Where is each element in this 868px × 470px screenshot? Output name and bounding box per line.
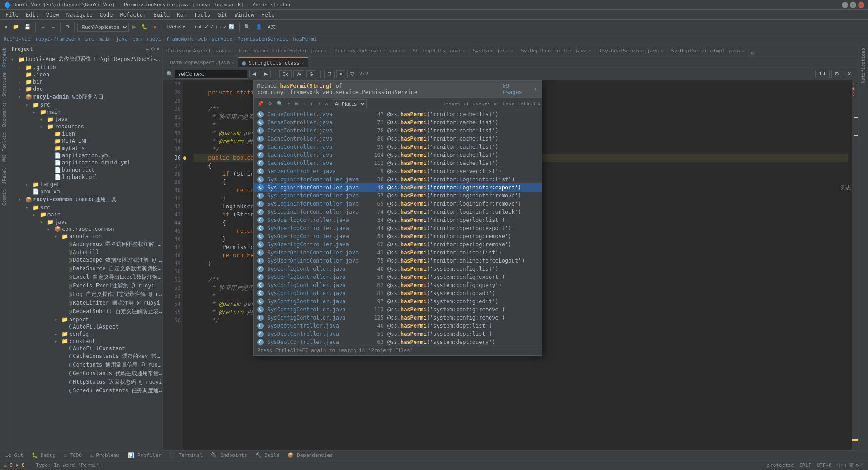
tree-item-constants[interactable]: C Constants 通用常量信息 @ ruoyi (9, 361, 162, 369)
tab-close-datascopeaspect[interactable]: ✕ (228, 48, 231, 53)
status-crlf[interactable]: CRLF (799, 462, 811, 468)
tree-item-ratelimiter[interactable]: @ RateLimiter 限流注解 @ ruoyi (9, 299, 162, 307)
aws-tool-btn[interactable]: AWS Toolkit (1, 131, 8, 164)
breadcrumb-item-7[interactable]: framework (166, 36, 193, 42)
breadcrumb-item-4[interactable]: java (116, 36, 128, 42)
toolbar-jrebel-btn[interactable]: JRebel ▾ (164, 23, 187, 31)
tree-item-target[interactable]: ▸ 📁 target (9, 181, 162, 188)
usage-row-3[interactable]: C CacheController.java 86 @ss.hasPermi('… (254, 135, 542, 143)
toolbar-open-btn[interactable]: 📁 (11, 23, 21, 31)
usages-options-gear[interactable]: ⚙ (537, 101, 540, 107)
commit-tool-btn[interactable]: Commit (1, 188, 8, 207)
tree-item-appyml[interactable]: 📄 application.yml (9, 152, 162, 159)
find-line-btn[interactable]: ⊟ (324, 70, 335, 78)
usage-row-22[interactable]: C SysConfigController.java 81 @ss.hasPer… (254, 289, 542, 297)
find-input[interactable] (175, 70, 247, 79)
bottom-tab-build[interactable]: 🔨 Build (252, 451, 283, 459)
tree-item-aspect[interactable]: ▾ 📁 aspect (9, 316, 162, 323)
sub-tab-close-2[interactable]: ✕ (302, 61, 304, 66)
debug-btn[interactable]: 🐛 (140, 23, 150, 31)
usages-pin-btn[interactable]: 📌 (255, 100, 265, 108)
tab-close-sysuser[interactable]: ✕ (510, 48, 513, 53)
find-case-btn[interactable]: Cc (279, 70, 292, 78)
sidebar-settings-btn[interactable]: ⚙ (151, 46, 155, 53)
tree-item-autofillconstant[interactable]: C AutoFillConstant (9, 345, 162, 352)
stop-btn[interactable]: ■ (151, 24, 158, 31)
usage-row-15[interactable]: C SysOperlogController.java 54 @ss.hasPe… (254, 232, 542, 240)
window-controls[interactable]: ─ □ ✕ (842, 2, 864, 8)
tree-item-mybatis[interactable]: 📁 mybatis (9, 145, 162, 152)
tree-item-anonymous[interactable]: @ Anonymous 匿名访问不鉴权注解 @ ruoyi (9, 240, 162, 249)
usage-row-4[interactable]: C CacheController.java 95 @ss.hasPermi('… (254, 143, 542, 151)
usage-row-27[interactable]: C SysDeptController.java 51 @ss.hasPermi… (254, 330, 542, 338)
tree-item-excel[interactable]: @ Excel 自定义导出Excel数据注解 @ ruoyi (9, 273, 162, 282)
tree-item-datasource[interactable]: @ DataSource 自定义多数据源切换注解 @... (9, 264, 162, 273)
usage-row-26[interactable]: C SysDeptController.java 40 @ss.hasPermi… (254, 322, 542, 330)
tab-sysdeptcontroller[interactable]: SysDeptController.java ✕ (517, 45, 595, 56)
run-btn[interactable]: ▶ (131, 23, 138, 31)
usage-row-21[interactable]: C SysConfigController.java 62 @ss.hasPer… (254, 281, 542, 289)
tabs-overflow-btn[interactable]: » (750, 49, 754, 56)
breadcrumb-item-8[interactable]: web (198, 36, 207, 42)
usages-search-btn[interactable]: 🔍 (275, 100, 285, 108)
tab-close-permissionservice[interactable]: ✕ (402, 48, 405, 53)
menu-navigate[interactable]: Navigate (63, 11, 96, 19)
tree-item-banner[interactable]: 📄 banner.txt (9, 166, 162, 174)
tree-item-resources[interactable]: ▾ 📁 resources (9, 123, 162, 130)
toolbar-menu-btn[interactable]: ≡ (3, 24, 9, 31)
tree-item-doc[interactable]: ▸ 📁 doc (9, 85, 162, 93)
tree-item-root[interactable]: ▾ 📁 RuoYi-Vue 若依管理系统 E:\gitRepos2\RuoYi-… (9, 55, 162, 64)
bottom-tab-profiler[interactable]: 📊 Profiler (124, 451, 165, 459)
breadcrumb-item-1[interactable]: ruoyi-framework (35, 36, 80, 42)
tree-item-common-java[interactable]: ▾ 📁 java (9, 218, 162, 226)
tab-sysuser[interactable]: SysUser.java ✕ (469, 45, 518, 56)
tree-item-common-package[interactable]: ▾ 📦 com.ruoyi.common (9, 226, 162, 233)
tree-item-ruoyi-common[interactable]: ▾ 📦 ruoyi-common common通用工具 (9, 195, 162, 204)
notifications-tool-btn[interactable]: Notifications (860, 46, 867, 85)
tree-item-admin-main[interactable]: ▾ 📁 main (9, 108, 162, 116)
tree-item-datascope[interactable]: @ DataScope 数据权限过滤注解 @ ruoyi (9, 256, 162, 264)
usage-row-12[interactable]: C SysLogininforController.java 74 @ss.ha… (254, 208, 542, 216)
usage-row-23[interactable]: C SysConfigController.java 97 @ss.hasPer… (254, 297, 542, 306)
tree-item-genconstants[interactable]: C GenConstants 代码生成通用常量 @ ruoyi (9, 369, 162, 378)
tree-item-bin[interactable]: ▸ 📁 bin (9, 78, 162, 85)
tree-item-autofillaspect[interactable]: C AutoFillAspect (9, 323, 162, 330)
tree-item-admin-java[interactable]: ▾ 📁 java (9, 116, 162, 123)
toolbar-back-btn[interactable]: ← (38, 24, 47, 31)
usage-row-9[interactable]: C SysLogininforController.java 48 @ss.ha… (254, 183, 542, 192)
breadcrumb-item-0[interactable]: RuoYi-Vue (4, 36, 31, 42)
jrebel-left-btn[interactable]: JRebel (1, 166, 8, 186)
status-typo[interactable]: Typo: In word 'Permi' (36, 462, 99, 468)
maximize-button[interactable]: □ (850, 2, 856, 8)
tab-close-stringutils[interactable]: ✕ (462, 48, 465, 53)
tree-item-idea[interactable]: ▸ 📁 .idea (9, 71, 162, 78)
sidebar-close-btn[interactable]: ✕ (156, 46, 160, 53)
tree-item-i18n[interactable]: 📁 i18n (9, 130, 162, 137)
usage-row-2[interactable]: C CacheController.java 78 @ss.hasPermi('… (254, 127, 542, 135)
usages-expand-tree-btn[interactable]: ⊞ (293, 100, 300, 108)
usage-row-11[interactable]: C SysLogininforController.java 65 @ss.ha… (254, 200, 542, 208)
toolbar-settings-btn[interactable]: ⚙ (63, 23, 71, 31)
breadcrumb-item-11[interactable]: hasPermi (293, 36, 317, 42)
toolbar-translate-btn[interactable]: A文 (266, 23, 278, 31)
find-match-btn[interactable]: ≡ (336, 70, 345, 78)
toolbar-save-btn[interactable]: 💾 (23, 23, 33, 31)
tab-permissioncontextholder[interactable]: PermissionContextHolder.java ✕ (235, 45, 330, 56)
usage-row-7[interactable]: C ServerController.java 19 @ss.hasPermi(… (254, 167, 542, 175)
menu-tools[interactable]: Tools (190, 11, 214, 19)
tab-close-sysdeptcontroller[interactable]: ✕ (589, 48, 591, 53)
breadcrumb-item-10[interactable]: PermissionService (237, 36, 288, 42)
tree-item-logback[interactable]: 📄 logback.xml (9, 174, 162, 181)
tree-item-constant[interactable]: ▾ 📁 constant (9, 338, 162, 345)
toolbar-profile-btn[interactable]: 👤 (254, 23, 264, 31)
tree-item-log[interactable]: @ Log 自定义操作日志记录注解 @ ruoyi (9, 290, 162, 299)
status-utf8[interactable]: UTF-8 (817, 462, 832, 468)
tree-item-cacheconstants[interactable]: C CacheConstants 缓存的key 常量 @ ruoyi (9, 352, 162, 361)
menu-build[interactable]: Build (150, 11, 173, 19)
menu-git[interactable]: Git (214, 11, 231, 19)
tree-item-config[interactable]: ▸ 📁 config (9, 330, 162, 338)
tree-item-annotation[interactable]: ▾ 📁 annotation (9, 233, 162, 240)
menu-file[interactable]: File (2, 11, 22, 19)
sub-tab-datascopeaspect[interactable]: DataScopeAspect.java ✕ (166, 57, 238, 67)
breadcrumb-item-3[interactable]: main (99, 36, 111, 42)
